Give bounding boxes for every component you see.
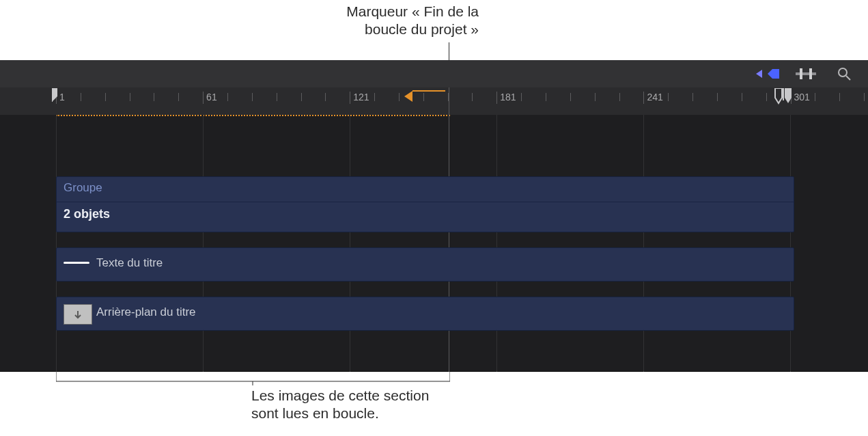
ruler-tick [472,93,473,101]
svg-marker-9 [52,88,57,102]
ruler-tick [277,93,277,101]
callout-loop-end-line1: Marqueur « Fin de la [346,3,479,19]
ruler-tick [766,93,767,101]
svg-rect-4 [796,72,816,75]
ruler-tick [643,92,644,104]
group-title: Groupe [64,181,102,195]
ruler-label: 241 [645,92,662,103]
svg-rect-5 [800,68,802,79]
callout-loop-section-line1: Les images de cette section [251,387,429,403]
ruler-tick [496,92,497,104]
lane-gridline [56,115,57,372]
ruler-tick [81,93,81,101]
ruler-tick [742,93,742,101]
svg-marker-12 [785,88,792,103]
ruler-label: 301 [792,92,810,103]
ruler-tick [252,93,253,101]
ruler-tick [399,93,400,101]
callout-loop-end-marker: Marqueur « Fin de la boucle du projet » [308,3,479,38]
keyframe-editor-toggle[interactable] [794,67,817,81]
lane-gridline [203,115,204,372]
ruler-tick [374,93,375,101]
callout-brace-bottom [56,372,450,385]
ruler-tick [227,93,228,101]
text-layer-icon [64,262,89,264]
lane-gridline [790,115,791,372]
ruler-tick [864,93,865,101]
loop-end-marker[interactable] [404,91,412,102]
ruler-tick [130,93,130,101]
ruler-tick [546,93,546,101]
ruler-tick [423,93,424,101]
ruler-tick [105,93,106,101]
ruler-tick [692,93,693,101]
timeline-panel: 161121181241301 [0,60,868,372]
ruler-tick [717,93,718,101]
ruler-tick [839,93,840,101]
svg-rect-3 [772,69,779,79]
group-divider [57,202,794,202]
lane-gridline [496,115,497,372]
ruler-tick [178,93,179,101]
ruler-tick [668,93,669,101]
ruler-label: 121 [351,92,369,103]
title-text-label: Texte du titre [96,256,163,270]
svg-marker-0 [756,70,762,78]
toolbar-right-tools [756,60,868,87]
ruler-tick [815,93,815,101]
group-track-clip[interactable]: Groupe 2 objets [56,176,794,232]
svg-rect-6 [809,68,812,79]
callout-loop-section-line2: sont lues en boucle. [251,405,379,421]
timeline-toolbar [0,60,868,87]
lane-gridline [643,115,644,372]
lane-gridline [350,115,350,372]
drop-zone-icon [64,304,92,325]
callout-loop-end-line2: boucle du projet » [365,21,479,37]
title-background-label: Arrière-plan du titre [96,305,196,319]
ruler-ticks: 161121181241301 [0,92,868,112]
project-in-marker[interactable] [52,88,60,100]
group-object-count: 2 objets [64,207,110,221]
ruler-tick [619,93,620,101]
ruler-tick [203,92,204,104]
ruler-tick [154,93,154,101]
ruler-tick [325,93,326,101]
ruler-tick [595,93,596,101]
svg-marker-2 [768,69,772,79]
snapping-toggle[interactable] [756,67,779,81]
page-root: Marqueur « Fin de la boucle du projet » [0,0,868,436]
title-background-clip[interactable]: Arrière-plan du titre [56,297,794,331]
loop-end-marker-handle [412,90,445,92]
tracks-area: Groupe 2 objets Texte du titre Arrière-p… [0,115,868,372]
ruler-tick [350,92,350,104]
ruler-tick [301,93,302,101]
ruler-label: 61 [204,92,217,103]
svg-point-7 [839,68,847,77]
ruler-label: 181 [498,92,516,103]
svg-marker-11 [775,88,782,103]
project-out-marker[interactable] [774,88,794,111]
callout-loop-section: Les images de cette section sont lues en… [251,387,497,422]
title-text-clip[interactable]: Texte du titre [56,247,794,282]
svg-line-8 [846,76,850,80]
search-button[interactable] [832,67,856,81]
time-ruler[interactable]: 161121181241301 [0,87,868,115]
ruler-tick [570,93,571,101]
ruler-tick [521,93,522,101]
